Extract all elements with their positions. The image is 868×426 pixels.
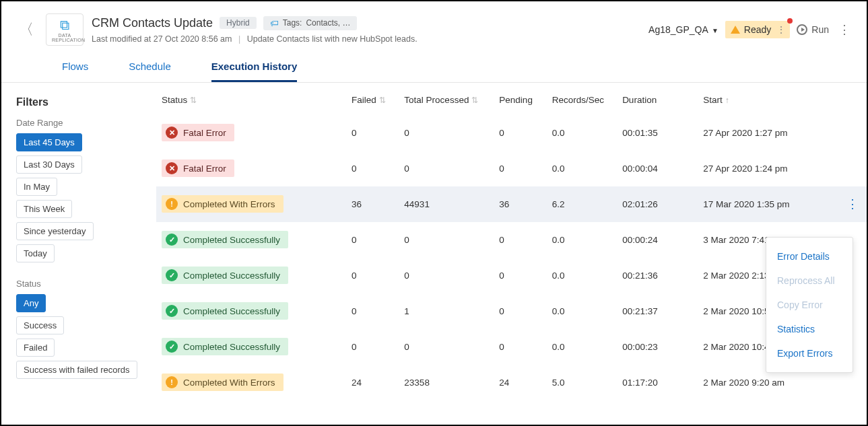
success-icon: ✓ xyxy=(166,234,178,246)
last-modified: Last modified at 27 Oct 2020 8:56 am xyxy=(92,34,232,44)
sort-icon: ⇅ xyxy=(471,96,478,105)
table-row[interactable]: ✓Completed Successfully0100.000:21:372 M… xyxy=(156,293,867,329)
cell-rps: 0.0 xyxy=(547,329,617,365)
cell-duration: 00:21:37 xyxy=(617,293,698,329)
ready-more-icon[interactable]: ⋮ xyxy=(776,24,786,35)
cell-rps: 0.0 xyxy=(547,151,617,186)
description: Update Contacts list with new HubSpot le… xyxy=(247,34,418,44)
cell-failed: 24 xyxy=(346,365,399,400)
filter-group-label: Date Range xyxy=(16,118,141,128)
table-row[interactable]: ✕Fatal Error0000.000:00:0427 Apr 2020 1:… xyxy=(156,151,867,186)
cell-duration: 00:01:35 xyxy=(617,115,698,151)
cell-duration: 00:21:36 xyxy=(617,258,698,293)
cell-rps: 6.2 xyxy=(547,186,617,222)
cell-start: 17 Mar 2020 1:35 pm xyxy=(698,186,838,222)
menu-reprocess-all: Reprocess All xyxy=(766,269,853,293)
table-row[interactable]: !Completed With Errors3644931366.202:01:… xyxy=(156,186,867,222)
status-label: Completed Successfully xyxy=(183,235,280,245)
cell-rps: 0.0 xyxy=(547,293,617,329)
status-label: Fatal Error xyxy=(183,164,226,174)
table-row[interactable]: ✓Completed Successfully0000.000:00:243 M… xyxy=(156,222,867,258)
filter-today[interactable]: Today xyxy=(16,244,55,262)
play-icon xyxy=(797,24,807,35)
header: 〈 ⧉ DATA REPLICATION CRM Contacts Update… xyxy=(1,1,867,52)
tags-value: Contacts, … xyxy=(306,18,350,28)
status-badge: ✕Fatal Error xyxy=(162,159,234,177)
filter-any[interactable]: Any xyxy=(16,294,46,312)
cell-rps: 0.0 xyxy=(547,258,617,293)
tab-schedule[interactable]: Schedule xyxy=(129,61,171,82)
header-more-button[interactable]: ⋮ xyxy=(836,22,853,37)
cell-total: 0 xyxy=(399,222,494,258)
status-label: Completed With Errors xyxy=(183,378,275,388)
table-row[interactable]: ✓Completed Successfully064868018.001:00:… xyxy=(156,400,867,402)
run-button[interactable]: Run xyxy=(797,24,829,35)
status-badge: ✓Completed Successfully xyxy=(162,302,288,320)
cell-total: 44931 xyxy=(399,186,494,222)
filters-title: Filters xyxy=(16,96,141,108)
row-more-button[interactable]: ⋮ xyxy=(838,186,867,222)
cell-failed: 0 xyxy=(346,115,399,151)
status-label: Completed With Errors xyxy=(183,199,275,209)
menu-copy-error: Copy Error xyxy=(766,293,853,317)
cell-total: 23358 xyxy=(399,365,494,400)
title-block: CRM Contacts Update Hybrid 🏷 Tags: Conta… xyxy=(92,16,418,44)
filter-last-30-days[interactable]: Last 30 Days xyxy=(16,155,82,174)
cell-failed: 0 xyxy=(346,258,399,293)
status-badge: ✕Fatal Error xyxy=(162,124,234,141)
cell-total: 0 xyxy=(399,258,494,293)
cube-icon: ⧉ xyxy=(52,18,77,32)
filter-this-week[interactable]: This Week xyxy=(16,200,72,218)
cell-total: 64868 xyxy=(399,400,494,402)
column-status[interactable]: Status⇅ xyxy=(156,83,346,115)
cell-rps: 5.0 xyxy=(547,365,617,400)
app-icon-label: DATA REPLICATION xyxy=(52,33,77,42)
filter-failed[interactable]: Failed xyxy=(16,339,55,357)
cell-pending: 0 xyxy=(494,115,546,151)
table-row[interactable]: ✕Fatal Error0000.000:01:3527 Apr 2020 1:… xyxy=(156,115,867,151)
menu-statistics[interactable]: Statistics xyxy=(766,317,853,341)
ready-status[interactable]: Ready ⋮ xyxy=(725,21,790,38)
cell-pending: 0 xyxy=(494,293,546,329)
filter-since-yesterday[interactable]: Since yesterday xyxy=(16,222,94,240)
column-pending[interactable]: Pending xyxy=(494,83,546,115)
tab-execution-history[interactable]: Execution History xyxy=(211,61,298,82)
column-records-sec[interactable]: Records/Sec xyxy=(547,83,617,115)
sort-up-icon: ↑ xyxy=(725,96,729,105)
table-row[interactable]: ✓Completed Successfully0000.000:21:362 M… xyxy=(156,258,867,293)
column-failed[interactable]: Failed⇅ xyxy=(346,83,399,115)
cell-pending: 36 xyxy=(494,186,546,222)
column-total-processed[interactable]: Total Processed⇅ xyxy=(399,83,494,115)
tags-pill[interactable]: 🏷 Tags: Contacts, … xyxy=(263,16,358,30)
cell-pending: 0 xyxy=(494,400,546,402)
table-row[interactable]: ✓Completed Successfully0000.000:00:232 M… xyxy=(156,329,867,365)
menu-error-details[interactable]: Error Details xyxy=(766,244,853,269)
cell-rps: 0.0 xyxy=(547,222,617,258)
filter-success-with-failed-records[interactable]: Success with failed records xyxy=(16,361,137,379)
filter-in-may[interactable]: In May xyxy=(16,178,57,196)
status-badge: ✓Completed Successfully xyxy=(162,267,288,284)
cell-failed: 0 xyxy=(346,293,399,329)
success-icon: ✓ xyxy=(166,305,178,317)
filter-success[interactable]: Success xyxy=(16,316,64,334)
column-duration[interactable]: Duration xyxy=(617,83,698,115)
cell-failed: 36 xyxy=(346,186,399,222)
cell-failed: 0 xyxy=(346,400,399,402)
status-label: Completed Successfully xyxy=(183,342,280,352)
cell-duration: 00:00:23 xyxy=(617,329,698,365)
table-row[interactable]: !Completed With Errors2423358245.001:17:… xyxy=(156,365,867,400)
cell-total: 0 xyxy=(399,151,494,186)
filter-group-label: Status xyxy=(16,279,141,289)
environment-selector[interactable]: Ag18_GP_QA ▼ xyxy=(648,24,719,35)
filter-last-45-days[interactable]: Last 45 Days xyxy=(16,133,82,151)
warning-icon xyxy=(731,26,740,34)
cell-pending: 0 xyxy=(494,222,546,258)
menu-export-errors[interactable]: Export Errors xyxy=(766,341,853,365)
status-badge: ✓Completed Successfully xyxy=(162,338,288,355)
sort-icon: ⇅ xyxy=(190,96,197,105)
cell-pending: 0 xyxy=(494,329,546,365)
badge-hybrid: Hybrid xyxy=(220,17,257,29)
column-start[interactable]: Start↑ xyxy=(698,83,838,115)
back-button[interactable]: 〈 xyxy=(15,20,38,40)
tab-flows[interactable]: Flows xyxy=(62,61,88,82)
